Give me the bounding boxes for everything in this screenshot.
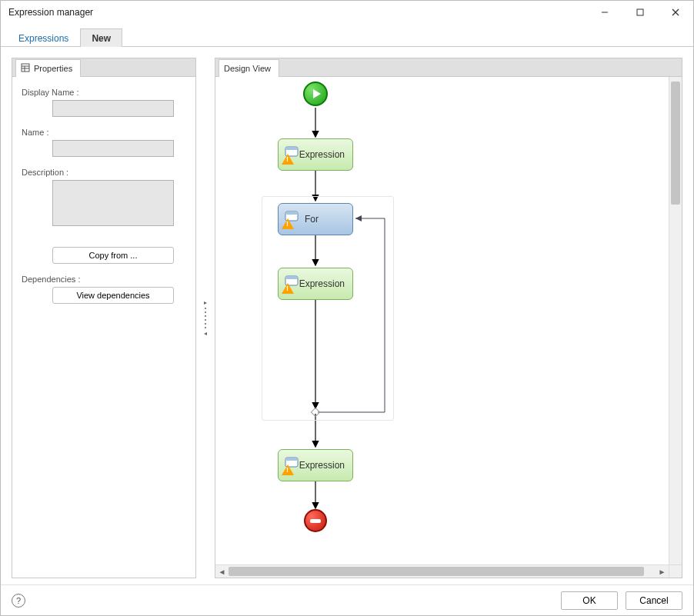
content-area: Properties Display Name : Name : Descrip…	[1, 47, 693, 584]
design-panel: Design View	[215, 58, 682, 578]
cancel-button[interactable]: Cancel	[626, 591, 682, 610]
dependencies-label: Dependencies :	[22, 275, 186, 284]
warning-icon	[282, 154, 294, 165]
design-view-tab-label: Design View	[224, 64, 271, 73]
splitter-grip-icon	[204, 308, 207, 329]
close-button[interactable]	[658, 1, 693, 24]
design-view-tab[interactable]: Design View	[219, 59, 279, 77]
tab-expressions[interactable]: Expressions	[7, 28, 80, 47]
node-icon	[283, 275, 295, 292]
maximize-button[interactable]	[622, 1, 658, 24]
description-label: Description :	[22, 168, 186, 177]
design-canvas[interactable]: Expression For	[215, 77, 682, 578]
ok-button[interactable]: OK	[561, 591, 618, 610]
description-textarea[interactable]	[52, 180, 174, 226]
expression-node[interactable]: Expression	[278, 449, 353, 481]
horizontal-splitter[interactable]: ▸ ◂	[202, 58, 209, 578]
node-icon	[283, 146, 295, 163]
start-node[interactable]	[303, 82, 328, 106]
name-input[interactable]	[52, 140, 174, 157]
expression-node[interactable]: Expression	[278, 138, 353, 171]
scroll-left-icon[interactable]: ◄	[215, 565, 229, 578]
titlebar: Expression manager	[1, 1, 693, 24]
properties-icon	[21, 63, 30, 74]
svg-rect-23	[285, 458, 298, 461]
for-node[interactable]: For	[278, 203, 353, 235]
display-name-label: Display Name :	[22, 88, 186, 97]
node-label: Expression	[299, 460, 345, 471]
horizontal-scrollbar-thumb[interactable]	[229, 567, 644, 576]
expression-node[interactable]: Expression	[278, 268, 353, 300]
properties-tab[interactable]: Properties	[15, 59, 81, 77]
svg-marker-12	[355, 215, 362, 221]
tab-new[interactable]: New	[80, 28, 122, 47]
design-canvas-wrap: Expression For	[215, 77, 682, 578]
properties-tab-label: Properties	[34, 64, 72, 73]
node-label: For	[305, 214, 345, 225]
svg-rect-21	[285, 276, 298, 279]
end-node[interactable]	[304, 509, 327, 532]
node-icon	[283, 211, 300, 228]
scroll-right-icon[interactable]: ►	[656, 565, 669, 578]
node-label: Expression	[299, 149, 345, 160]
window-controls	[587, 1, 693, 24]
window-title: Expression manager	[8, 7, 587, 18]
design-tabstrip: Design View	[215, 58, 682, 77]
minimize-button[interactable]	[587, 1, 622, 24]
view-dependencies-button[interactable]: View dependencies	[52, 287, 174, 304]
splitter-collapse-right-icon: ▸	[204, 300, 207, 306]
help-icon[interactable]: ?	[12, 594, 25, 608]
vertical-scrollbar-thumb[interactable]	[671, 82, 680, 205]
horizontal-scrollbar-track[interactable]	[229, 565, 656, 578]
properties-body: Display Name : Name : Description : Copy…	[12, 77, 195, 578]
expression-manager-window: Expression manager Expressions New	[0, 0, 694, 616]
svg-rect-15	[311, 408, 319, 416]
name-label: Name :	[22, 128, 186, 137]
warning-icon	[282, 218, 294, 229]
node-label: Expression	[299, 278, 345, 289]
svg-rect-19	[285, 211, 298, 215]
horizontal-scrollbar[interactable]: ◄ ►	[215, 564, 669, 578]
svg-rect-1	[637, 9, 643, 15]
warning-icon	[282, 464, 294, 475]
splitter-collapse-left-icon: ◂	[204, 331, 207, 337]
svg-rect-4	[22, 64, 29, 72]
svg-rect-17	[285, 147, 298, 150]
vertical-scrollbar[interactable]	[669, 77, 682, 564]
node-icon	[283, 457, 295, 474]
properties-panel: Properties Display Name : Name : Descrip…	[12, 58, 196, 578]
workspace-tabstrip: Expressions New	[1, 24, 693, 47]
display-name-input[interactable]	[52, 100, 174, 117]
properties-tabstrip: Properties	[12, 58, 195, 77]
warning-icon	[282, 283, 294, 294]
scrollbar-corner	[669, 564, 682, 578]
dialog-bottom-bar: ? OK Cancel	[1, 584, 693, 615]
copy-from-button[interactable]: Copy from ...	[52, 247, 174, 264]
